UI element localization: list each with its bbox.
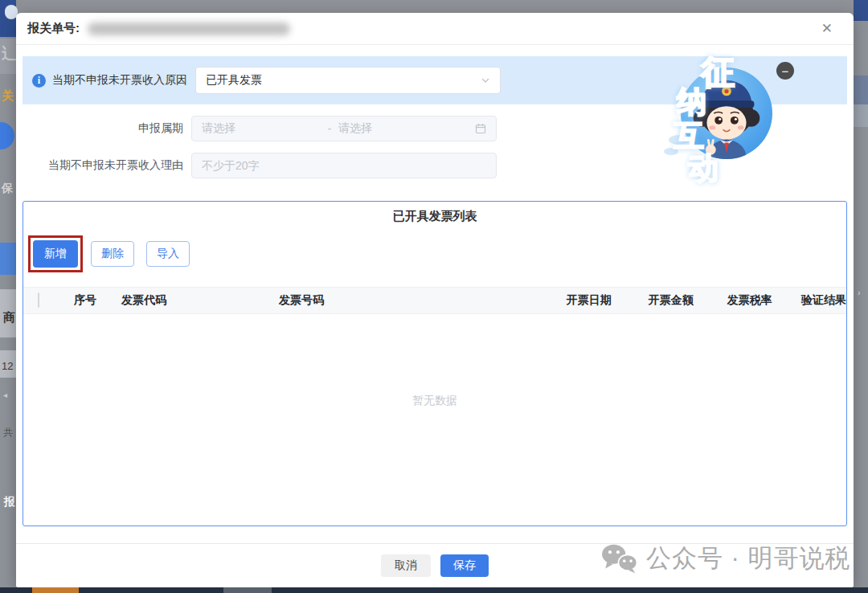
period-range-input[interactable]: 请选择 - 请选择 <box>191 116 497 141</box>
background-left-strip: 辶 关 保 报 商 12 ◂ 共 <box>0 0 16 593</box>
column-header-invoice-code: 发票代码 <box>121 293 279 308</box>
cancel-button[interactable]: 取消 <box>381 554 431 577</box>
taskbar-orange-segment <box>32 587 79 593</box>
chevron-down-icon <box>481 76 490 85</box>
table-header-row: 序号 发票代码 发票号码 开票日期 开票金额 发票税率 验证结果 <box>23 287 846 314</box>
column-header-tax-rate: 发票税率 <box>727 293 801 308</box>
empty-state-text: 暂无数据 <box>23 314 846 487</box>
background-header-fragment <box>0 0 16 37</box>
redacted-declaration-number <box>88 22 290 35</box>
period-separator: - <box>321 122 338 135</box>
modal-title: 报关单号: <box>27 21 80 36</box>
calendar-icon <box>475 123 486 134</box>
column-header-invoice-number: 发票号码 <box>279 293 567 308</box>
delete-button[interactable]: 删除 <box>91 241 134 267</box>
column-header-invoice-date: 开票日期 <box>567 293 649 308</box>
reason-input[interactable] <box>191 153 497 178</box>
info-icon: i <box>32 74 46 88</box>
taskbar-gray-segment <box>223 587 272 593</box>
add-button[interactable]: 新增 <box>33 240 78 268</box>
reason-select-value: 已开具发票 <box>206 73 262 88</box>
background-chevron-fragment: › <box>858 288 861 297</box>
modal-header: 报关单号: <box>16 13 854 45</box>
save-button[interactable]: 保存 <box>440 554 489 577</box>
period-end-placeholder: 请选择 <box>338 121 475 136</box>
background-right-strip: › <box>854 0 868 593</box>
modal-footer: 取消 保存 <box>16 543 854 587</box>
background-active-tab-fragment: 报 <box>0 243 16 275</box>
minus-icon: − <box>782 65 789 77</box>
background-taskbar <box>0 587 868 593</box>
background-fragment-bao: 保 <box>2 182 13 196</box>
mascot-char: 动 <box>688 148 719 189</box>
tax-mascot-widget[interactable]: 征 纳 互 动 <box>669 45 829 182</box>
period-start-placeholder: 请选择 <box>202 121 321 136</box>
close-icon[interactable]: ✕ <box>821 22 833 35</box>
column-header-seq: 序号 <box>74 293 121 308</box>
background-fragment-shang: 商 <box>3 310 15 325</box>
declaration-modal: 报关单号: ✕ i 当期不申报未开票收入原因 已开具发票 <box>16 13 854 587</box>
select-all-checkbox[interactable] <box>38 292 39 308</box>
column-header-verify-result: 验证结果 <box>801 293 846 308</box>
background-patch <box>854 76 868 104</box>
background-blue-disc-fragment <box>0 122 14 149</box>
column-header-invoice-amount: 开票金额 <box>649 293 727 308</box>
period-label: 申报属期 <box>23 121 183 136</box>
background-fragment-gong: 共 <box>3 426 13 440</box>
reason-select-label: 当期不申报未开票收入原因 <box>52 73 187 88</box>
red-annotation-box: 新增 <box>28 235 83 272</box>
background-fragment-arrow: ◂ <box>3 391 7 399</box>
background-fragment-guan: 关 <box>2 88 14 104</box>
panel-title: 已开具发票列表 <box>23 209 846 224</box>
background-header-fragment <box>854 0 868 21</box>
screen: 辶 关 保 报 商 12 ◂ 共 › 报关单号: ✕ i 当期不申报未 <box>0 0 868 593</box>
issued-invoices-panel: 已开具发票列表 新增 删除 导入 序号 发票代码 发票号码 开票日期 开票金额 … <box>23 201 847 526</box>
reason-select[interactable]: 已开具发票 <box>195 67 501 94</box>
background-patch <box>854 104 868 127</box>
background-fragment-tab-text: 报 <box>4 495 15 509</box>
toolbar: 新增 删除 导入 <box>28 235 846 272</box>
background-fragment-back: 辶 <box>2 43 17 64</box>
minimize-button[interactable]: − <box>776 62 794 80</box>
reason-label: 当期不申报未开票收入理由 <box>23 158 183 173</box>
import-button[interactable]: 导入 <box>146 241 190 267</box>
background-fragment-number: 12 <box>2 360 13 372</box>
